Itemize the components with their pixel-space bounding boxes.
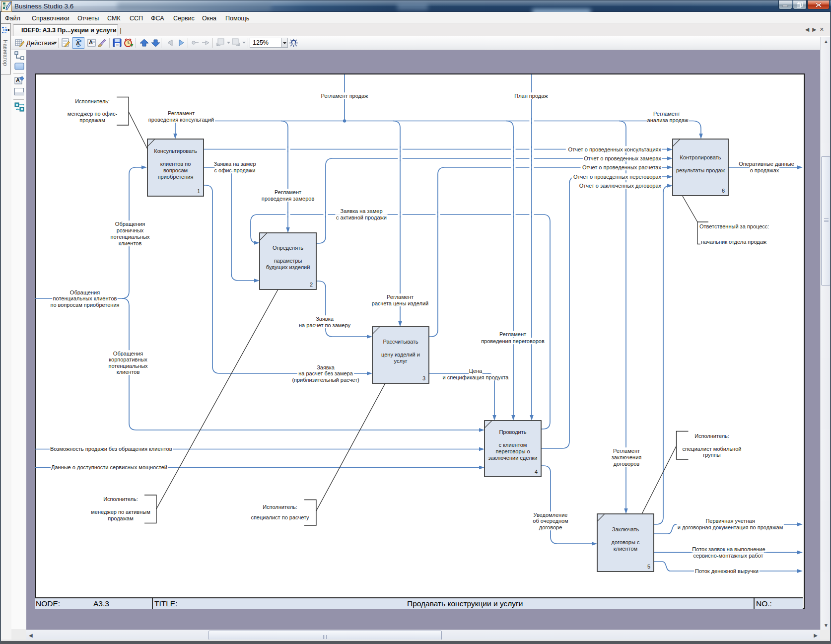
svg-text:(приблизительный расчет): (приблизительный расчет)	[292, 377, 359, 383]
svg-text:Регламент продаж: Регламент продаж	[321, 93, 369, 99]
svg-text:договоре: договоре	[539, 524, 562, 530]
svg-text:2: 2	[310, 282, 313, 287]
svg-text:начальник отдела продаж: начальник отдела продаж	[701, 239, 767, 245]
svg-text:цену изделий и: цену изделий и	[381, 352, 420, 358]
svg-text:менеджер по офис-: менеджер по офис-	[68, 111, 118, 117]
svg-text:продажам: продажам	[108, 515, 134, 521]
svg-text:Заключать: Заключать	[612, 526, 639, 532]
svg-text:услуг: услуг	[394, 358, 408, 364]
svg-text:Отчет о проведенных расчетах: Отчет о проведенных расчетах	[582, 164, 661, 170]
svg-text:Регламент: Регламент	[613, 448, 640, 454]
svg-text:Уведомление: Уведомление	[534, 512, 568, 518]
svg-text:вопросам: вопросам	[163, 167, 188, 173]
svg-text:Консультировать: Консультировать	[154, 148, 197, 154]
svg-text:Обращения: Обращения	[115, 221, 145, 227]
svg-text:клиентов: клиентов	[119, 240, 142, 246]
svg-text:на расчет по замеру: на расчет по замеру	[299, 322, 350, 328]
svg-text:Исполнитель:: Исполнитель:	[694, 433, 729, 439]
svg-text:Исполнитель:: Исполнитель:	[75, 98, 110, 104]
svg-text:Определять: Определять	[273, 245, 303, 251]
svg-text:Отчет о проведенных переговора: Отчет о проведенных переговорах	[573, 174, 662, 180]
svg-text:потенциальных клиентов: потенциальных клиентов	[53, 295, 117, 301]
svg-text:будущих изделий: будущих изделий	[266, 264, 310, 270]
svg-text:Возможность продажи без обраще: Возможность продажи без обращения клиент…	[50, 446, 172, 452]
svg-text:Регламент: Регламент	[653, 111, 680, 117]
svg-text:корпоративных: корпоративных	[109, 357, 147, 362]
svg-text:Оперативные данные: Оперативные данные	[739, 161, 794, 167]
svg-text:и договорная документация по п: и договорная документация по продажам	[678, 524, 783, 530]
svg-text:4: 4	[535, 469, 538, 475]
svg-text:розничных: розничных	[117, 227, 144, 233]
svg-text:A: A	[76, 40, 80, 46]
svg-text:Регламент: Регламент	[168, 110, 195, 116]
svg-text:Проводить: Проводить	[499, 429, 526, 435]
svg-text:6: 6	[722, 188, 725, 194]
svg-text:Поток заявок на выполнение: Поток заявок на выполнение	[692, 546, 765, 552]
svg-text:специалист по расчету: специалист по расчету	[251, 514, 309, 520]
svg-text:сервисно-монтажных работ: сервисно-монтажных работ	[693, 553, 763, 559]
svg-text:A: A	[89, 39, 93, 45]
svg-text:по вопросам приобретения: по вопросам приобретения	[50, 302, 119, 308]
svg-text:Заявка: Заявка	[316, 316, 334, 322]
svg-text:Ответственный за процесс:: Ответственный за процесс:	[699, 223, 769, 229]
svg-text:анализа продаж: анализа продаж	[647, 117, 689, 123]
svg-text:переговоры о: переговоры о	[495, 448, 530, 454]
svg-text:Отчет о заключенных договорах: Отчет о заключенных договорах	[579, 183, 662, 189]
svg-text:с офис-продажи: с офис-продажи	[214, 167, 255, 173]
svg-text:расчета цены изделий: расчета цены изделий	[372, 300, 428, 306]
svg-text:Данные о доступности сервисных: Данные о доступности сервисных мощностей	[51, 464, 167, 470]
svg-text:с клиентом: с клиентом	[499, 442, 527, 448]
svg-text:заключении сделки: заключении сделки	[488, 455, 538, 461]
svg-text:Заявка: Заявка	[317, 364, 335, 370]
svg-text:проведения консультаций: проведения консультаций	[148, 117, 214, 123]
svg-text:группы: группы	[703, 452, 720, 458]
svg-text:Обращения: Обращения	[113, 351, 143, 357]
svg-text:договоров: договоров	[614, 461, 639, 467]
svg-text:План продаж: План продаж	[514, 93, 548, 99]
svg-text:клиентов по: клиентов по	[160, 161, 191, 167]
svg-text:Первичная учетная: Первичная учетная	[705, 518, 755, 524]
svg-text:3: 3	[422, 375, 425, 381]
svg-text:Заявка на замер: Заявка на замер	[214, 161, 256, 167]
svg-text:Исполнитель:: Исполнитель:	[263, 504, 297, 510]
svg-text:Поток денежной выручки: Поток денежной выручки	[695, 568, 759, 574]
svg-text:Отчет о проведенных консультац: Отчет о проведенных консультациях	[568, 146, 662, 152]
svg-text:на расчет без замера: на расчет без замера	[298, 370, 353, 376]
svg-text:результаты продаж: результаты продаж	[676, 167, 725, 173]
svg-text:Заявка на замер: Заявка на замер	[341, 208, 383, 214]
svg-text:Рассчитывать: Рассчитывать	[383, 339, 418, 345]
svg-text:об очередном: об очередном	[533, 518, 568, 524]
svg-text:Регламент: Регламент	[275, 189, 301, 195]
svg-text:и спецификация продукта: и спецификация продукта	[443, 374, 509, 380]
svg-text:Отчет о проведенных замерах: Отчет о проведенных замерах	[584, 155, 661, 161]
svg-text:Контролировать: Контролировать	[680, 154, 721, 160]
svg-text:заключения: заключения	[612, 454, 642, 460]
svg-text:проведения замеров: проведения замеров	[262, 196, 315, 202]
svg-text:менеджер по активным: менеджер по активным	[91, 509, 150, 515]
svg-text:Регламент: Регламент	[499, 331, 526, 337]
svg-text:5: 5	[647, 564, 650, 570]
svg-text:1: 1	[197, 188, 200, 194]
svg-text:продажам: продажам	[79, 117, 105, 123]
svg-text:с активной продажи: с активной продажи	[336, 215, 387, 220]
svg-text:параметры: параметры	[274, 258, 302, 264]
svg-text:проведения переговоров: проведения переговоров	[481, 338, 545, 344]
svg-text:Регламент: Регламент	[387, 294, 414, 300]
svg-text:о продажах: о продажах	[750, 167, 779, 173]
svg-text:A: A	[16, 77, 20, 83]
svg-text:потенциальных: потенциальных	[108, 363, 148, 369]
svg-text:Обращения: Обращения	[70, 289, 100, 295]
svg-text:специалист мобильной: специалист мобильной	[683, 446, 742, 452]
svg-text:потенциальных: потенциальных	[110, 234, 150, 240]
svg-text:Цена: Цена	[469, 368, 483, 374]
svg-text:клиентом: клиентом	[614, 546, 637, 552]
svg-text:договоры с: договоры с	[612, 539, 640, 545]
svg-text:приобретения: приобретения	[158, 174, 194, 180]
svg-text:Исполнитель:: Исполнитель:	[103, 496, 138, 502]
svg-text:клиентов: клиентов	[117, 369, 140, 375]
